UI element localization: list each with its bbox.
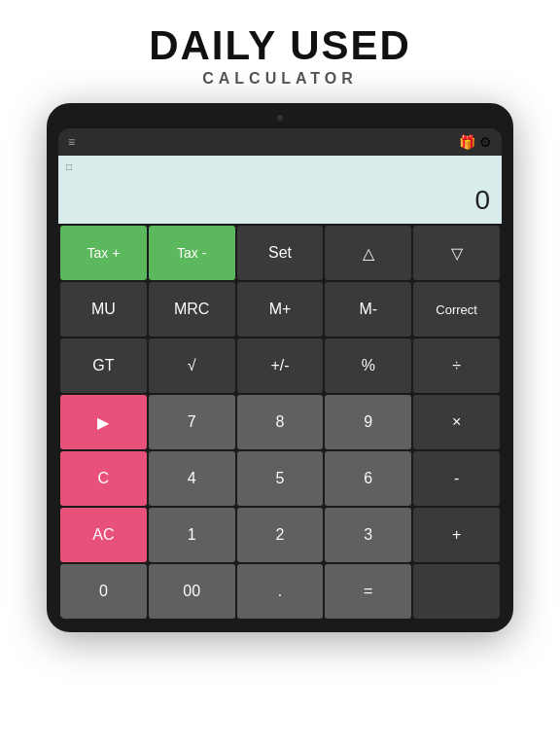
tax-plus-button[interactable]: Tax +: [60, 226, 147, 280]
two-button[interactable]: 2: [237, 508, 324, 562]
all-clear-button[interactable]: AC: [60, 508, 147, 562]
decimal-button[interactable]: .: [237, 564, 324, 619]
up-button[interactable]: △: [325, 226, 411, 280]
status-left: ≡: [68, 136, 75, 148]
empty-button: [413, 564, 500, 619]
status-right: 🎁 ⚙: [459, 134, 492, 150]
mu-button[interactable]: MU: [60, 282, 147, 337]
four-button[interactable]: 4: [149, 451, 235, 506]
down-button[interactable]: ▽: [413, 226, 500, 280]
camera-icon: [277, 115, 283, 121]
double-zero-button[interactable]: 00: [149, 564, 235, 619]
divide-button[interactable]: ÷: [413, 338, 500, 393]
eight-button[interactable]: 8: [237, 395, 324, 449]
six-button[interactable]: 6: [325, 451, 411, 506]
set-button[interactable]: Set: [237, 226, 324, 280]
mrc-button[interactable]: MRC: [149, 282, 235, 337]
app-title: DAILY USED: [149, 23, 411, 68]
five-button[interactable]: 5: [237, 451, 324, 506]
nine-button[interactable]: 9: [325, 395, 411, 449]
one-button[interactable]: 1: [149, 508, 235, 562]
tablet-frame: ≡ 🎁 ⚙ □ 0 Tax + Tax - Set △ ▽ MU MRC M+ …: [47, 103, 513, 632]
header: DAILY USED CALCULATOR: [129, 0, 431, 103]
calc-grid: Tax + Tax - Set △ ▽ MU MRC M+ M- Correct…: [58, 224, 502, 621]
app-subtitle: CALCULATOR: [149, 70, 411, 88]
tablet-screen: ≡ 🎁 ⚙ □ 0 Tax + Tax - Set △ ▽ MU MRC M+ …: [58, 128, 502, 621]
zero-button[interactable]: 0: [60, 564, 147, 619]
menu-icon[interactable]: ≡: [68, 136, 75, 148]
multiply-button[interactable]: ×: [413, 395, 500, 449]
arrow-button[interactable]: ▶: [60, 395, 147, 449]
equals-button[interactable]: =: [325, 564, 411, 619]
display-value: 0: [474, 185, 490, 216]
clear-button[interactable]: C: [60, 451, 147, 506]
subtract-button[interactable]: -: [413, 451, 500, 506]
add-button[interactable]: +: [413, 508, 500, 562]
gift-icon: 🎁: [459, 134, 475, 150]
percent-button[interactable]: %: [325, 338, 411, 393]
three-button[interactable]: 3: [325, 508, 411, 562]
correct-button[interactable]: Correct: [413, 282, 500, 337]
settings-icon[interactable]: ⚙: [479, 134, 492, 150]
gt-button[interactable]: GT: [60, 338, 147, 393]
seven-button[interactable]: 7: [149, 395, 235, 449]
status-bar: ≡ 🎁 ⚙: [58, 128, 502, 156]
tax-minus-button[interactable]: Tax -: [149, 226, 235, 280]
display-area: □ 0: [58, 156, 502, 224]
plus-minus-button[interactable]: +/-: [237, 338, 324, 393]
sqrt-button[interactable]: √: [149, 338, 235, 393]
m-plus-button[interactable]: M+: [237, 282, 324, 337]
m-minus-button[interactable]: M-: [325, 282, 411, 337]
memory-indicator: □: [66, 161, 72, 172]
